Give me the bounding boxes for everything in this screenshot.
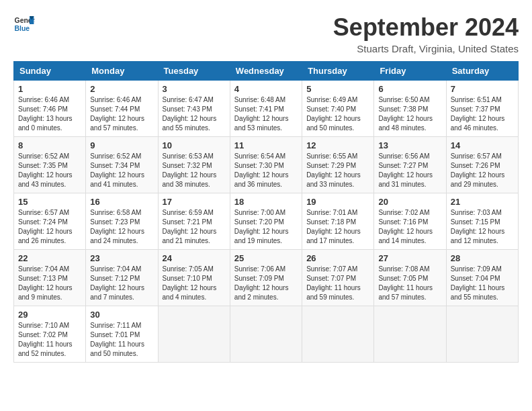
header-saturday: Saturday	[446, 62, 518, 81]
calendar-cell: 14Sunrise: 6:57 AM Sunset: 7:26 PM Dayli…	[446, 137, 518, 193]
day-info: Sunrise: 6:59 AM Sunset: 7:21 PM Dayligh…	[163, 208, 226, 246]
calendar-cell: 4Sunrise: 6:48 AM Sunset: 7:41 PM Daylig…	[230, 81, 302, 137]
day-info: Sunrise: 6:58 AM Sunset: 7:23 PM Dayligh…	[90, 208, 153, 246]
day-info: Sunrise: 6:48 AM Sunset: 7:41 PM Dayligh…	[234, 95, 298, 133]
day-info: Sunrise: 6:56 AM Sunset: 7:27 PM Dayligh…	[378, 152, 441, 189]
day-info: Sunrise: 7:03 AM Sunset: 7:15 PM Dayligh…	[451, 208, 514, 246]
day-info: Sunrise: 7:09 AM Sunset: 7:04 PM Dayligh…	[451, 265, 514, 302]
calendar-cell: 3Sunrise: 6:47 AM Sunset: 7:43 PM Daylig…	[158, 81, 230, 137]
calendar-cell: 29Sunrise: 7:10 AM Sunset: 7:02 PM Dayli…	[14, 306, 86, 363]
day-info: Sunrise: 7:11 AM Sunset: 7:01 PM Dayligh…	[90, 321, 153, 359]
day-number: 5	[306, 84, 369, 94]
header-sunday: Sunday	[14, 62, 86, 81]
calendar-title: September 2024	[333, 13, 519, 42]
calendar-cell: 25Sunrise: 7:06 AM Sunset: 7:09 PM Dayli…	[230, 250, 302, 306]
day-info: Sunrise: 7:00 AM Sunset: 7:20 PM Dayligh…	[234, 208, 298, 246]
calendar-cell: 17Sunrise: 6:59 AM Sunset: 7:21 PM Dayli…	[158, 193, 230, 250]
day-number: 4	[234, 84, 298, 94]
calendar-week-4: 22Sunrise: 7:04 AM Sunset: 7:13 PM Dayli…	[14, 250, 519, 306]
day-number: 17	[163, 197, 226, 207]
day-number: 16	[90, 197, 153, 207]
day-info: Sunrise: 6:50 AM Sunset: 7:38 PM Dayligh…	[378, 95, 441, 133]
calendar-cell: 10Sunrise: 6:53 AM Sunset: 7:32 PM Dayli…	[158, 137, 230, 193]
calendar-cell: 26Sunrise: 7:07 AM Sunset: 7:07 PM Dayli…	[302, 250, 374, 306]
day-info: Sunrise: 6:57 AM Sunset: 7:24 PM Dayligh…	[18, 208, 81, 246]
header-friday: Friday	[374, 62, 446, 81]
day-number: 27	[378, 253, 441, 263]
calendar-cell: 23Sunrise: 7:04 AM Sunset: 7:12 PM Dayli…	[86, 250, 158, 306]
calendar-cell	[302, 306, 374, 363]
day-info: Sunrise: 7:04 AM Sunset: 7:12 PM Dayligh…	[90, 265, 153, 302]
calendar-cell: 22Sunrise: 7:04 AM Sunset: 7:13 PM Dayli…	[14, 250, 86, 306]
day-number: 3	[163, 84, 226, 94]
day-info: Sunrise: 6:52 AM Sunset: 7:34 PM Dayligh…	[90, 152, 153, 189]
calendar-cell: 19Sunrise: 7:01 AM Sunset: 7:18 PM Dayli…	[302, 193, 374, 250]
calendar-cell	[158, 306, 230, 363]
day-number: 2	[90, 84, 153, 94]
day-info: Sunrise: 7:06 AM Sunset: 7:09 PM Dayligh…	[234, 265, 298, 302]
calendar-cell: 12Sunrise: 6:55 AM Sunset: 7:29 PM Dayli…	[302, 137, 374, 193]
day-info: Sunrise: 6:46 AM Sunset: 7:46 PM Dayligh…	[18, 95, 81, 133]
calendar-table: Sunday Monday Tuesday Wednesday Thursday…	[13, 61, 519, 363]
day-number: 12	[306, 140, 369, 150]
calendar-cell: 9Sunrise: 6:52 AM Sunset: 7:34 PM Daylig…	[86, 137, 158, 193]
day-number: 15	[18, 197, 81, 207]
calendar-cell	[374, 306, 446, 363]
header-thursday: Thursday	[302, 62, 374, 81]
day-number: 9	[90, 140, 153, 150]
day-number: 25	[234, 253, 298, 263]
logo: General Blue	[13, 13, 35, 35]
header-monday: Monday	[86, 62, 158, 81]
header-wednesday: Wednesday	[230, 62, 302, 81]
day-info: Sunrise: 6:49 AM Sunset: 7:40 PM Dayligh…	[306, 95, 369, 133]
day-info: Sunrise: 7:08 AM Sunset: 7:05 PM Dayligh…	[378, 265, 441, 302]
calendar-cell: 28Sunrise: 7:09 AM Sunset: 7:04 PM Dayli…	[446, 250, 518, 306]
header: General Blue September 2024 Stuarts Draf…	[13, 13, 519, 54]
calendar-cell: 7Sunrise: 6:51 AM Sunset: 7:37 PM Daylig…	[446, 81, 518, 137]
day-info: Sunrise: 6:52 AM Sunset: 7:35 PM Dayligh…	[18, 152, 81, 189]
day-number: 24	[163, 253, 226, 263]
logo-icon: General Blue	[13, 13, 35, 35]
day-number: 23	[90, 253, 153, 263]
calendar-cell: 8Sunrise: 6:52 AM Sunset: 7:35 PM Daylig…	[14, 137, 86, 193]
day-number: 18	[234, 197, 298, 207]
calendar-cell: 20Sunrise: 7:02 AM Sunset: 7:16 PM Dayli…	[374, 193, 446, 250]
day-number: 8	[18, 140, 81, 150]
day-info: Sunrise: 6:51 AM Sunset: 7:37 PM Dayligh…	[451, 95, 514, 133]
day-number: 1	[18, 84, 81, 94]
day-number: 19	[306, 197, 369, 207]
calendar-cell: 18Sunrise: 7:00 AM Sunset: 7:20 PM Dayli…	[230, 193, 302, 250]
calendar-cell: 15Sunrise: 6:57 AM Sunset: 7:24 PM Dayli…	[14, 193, 86, 250]
calendar-cell: 30Sunrise: 7:11 AM Sunset: 7:01 PM Dayli…	[86, 306, 158, 363]
calendar-cell: 5Sunrise: 6:49 AM Sunset: 7:40 PM Daylig…	[302, 81, 374, 137]
calendar-subtitle: Stuarts Draft, Virginia, United States	[333, 43, 519, 54]
day-number: 10	[163, 140, 226, 150]
day-number: 11	[234, 140, 298, 150]
day-number: 22	[18, 253, 81, 263]
day-number: 7	[451, 84, 514, 94]
calendar-cell: 24Sunrise: 7:05 AM Sunset: 7:10 PM Dayli…	[158, 250, 230, 306]
day-info: Sunrise: 6:57 AM Sunset: 7:26 PM Dayligh…	[451, 152, 514, 189]
calendar-cell: 6Sunrise: 6:50 AM Sunset: 7:38 PM Daylig…	[374, 81, 446, 137]
calendar-cell: 1Sunrise: 6:46 AM Sunset: 7:46 PM Daylig…	[14, 81, 86, 137]
day-info: Sunrise: 6:53 AM Sunset: 7:32 PM Dayligh…	[163, 152, 226, 189]
day-number: 6	[378, 84, 441, 94]
calendar-week-1: 1Sunrise: 6:46 AM Sunset: 7:46 PM Daylig…	[14, 81, 519, 137]
calendar-cell	[446, 306, 518, 363]
calendar-week-2: 8Sunrise: 6:52 AM Sunset: 7:35 PM Daylig…	[14, 137, 519, 193]
day-info: Sunrise: 6:55 AM Sunset: 7:29 PM Dayligh…	[306, 152, 369, 189]
day-info: Sunrise: 6:46 AM Sunset: 7:44 PM Dayligh…	[90, 95, 153, 133]
svg-text:Blue: Blue	[15, 25, 30, 32]
calendar-cell	[230, 306, 302, 363]
day-number: 29	[18, 310, 81, 320]
day-number: 30	[90, 310, 153, 320]
calendar-week-3: 15Sunrise: 6:57 AM Sunset: 7:24 PM Dayli…	[14, 193, 519, 250]
day-info: Sunrise: 7:04 AM Sunset: 7:13 PM Dayligh…	[18, 265, 81, 302]
day-number: 13	[378, 140, 441, 150]
calendar-header-row: Sunday Monday Tuesday Wednesday Thursday…	[14, 62, 519, 81]
calendar-cell: 27Sunrise: 7:08 AM Sunset: 7:05 PM Dayli…	[374, 250, 446, 306]
day-number: 14	[451, 140, 514, 150]
calendar-cell: 13Sunrise: 6:56 AM Sunset: 7:27 PM Dayli…	[374, 137, 446, 193]
day-info: Sunrise: 7:05 AM Sunset: 7:10 PM Dayligh…	[163, 265, 226, 302]
day-info: Sunrise: 7:07 AM Sunset: 7:07 PM Dayligh…	[306, 265, 369, 302]
